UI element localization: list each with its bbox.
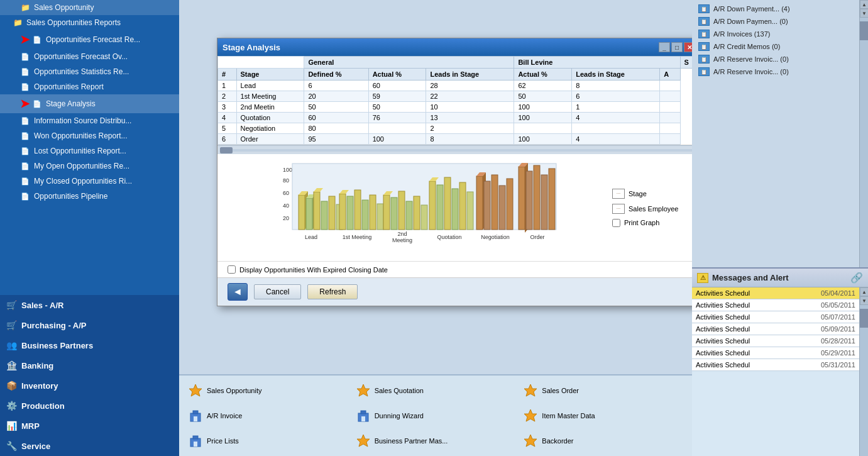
sidebar-section-inventory[interactable]: 📦 Inventory [0,375,179,396]
col-actual-pct: Actual % [368,69,426,81]
msg-date: 05/07/2011 [821,313,855,321]
msg-date: 05/04/2011 [821,289,855,297]
ql-price-lists[interactable]: Price Lists [185,430,351,452]
msg-item-4[interactable]: Activities Schedul 05/09/2011 [692,323,859,335]
sidebar-item-my-open-opp[interactable]: 📄 My Open Opportunities Re... [0,158,179,174]
ql-business-partner-mas[interactable]: Business Partner Mas... [353,430,519,452]
legend-print-graph[interactable]: Print Graph [612,219,692,227]
msg-scroll-thumb[interactable] [860,309,868,328]
right-list-scrollbar[interactable]: ▲ ▼ [859,0,868,267]
cell-bl-leads: 4 [572,134,660,145]
svg-rect-43 [499,186,505,230]
minimize-button[interactable]: _ [659,42,670,52]
sidebar-item-my-closed-opp[interactable]: 📄 My Closed Opportunities Ri... [0,174,179,189]
refresh-button[interactable]: Refresh [307,284,358,299]
svg-rect-36 [459,182,466,230]
sidebar-item-sales-opportunity[interactable]: 📁 Sales Opportunity [0,0,179,15]
sidebar-item-won-opp[interactable]: 📄 Won Opportunities Report... [0,128,179,143]
table-row: 2 1st Meeting 20 59 22 50 6 [218,91,693,102]
table-row: 6 Order 95 100 8 100 4 [218,134,693,145]
ql-sales-order[interactable]: Sales Order [520,379,686,402]
back-button[interactable]: ◄ [228,283,248,301]
cell-leads: 28 [426,81,514,91]
doc-icon: 📋 [698,4,710,13]
sidebar-item-label: Sales Opportunities Reports [26,18,121,27]
cell-bl-actual: 100 [514,134,572,145]
table-row: 1 Lead 6 60 28 62 8 [218,81,693,91]
sidebar-item-label: Won Opportunities Report... [34,131,128,140]
right-item-ar-credit-memos[interactable]: 📋 A/R Credit Memos (0) [695,40,857,53]
right-item-ar-reserve-1[interactable]: 📋 A/R Reserve Invoic... (0) [695,53,857,65]
right-item-ar-down-payment-4[interactable]: 📋 A/R Down Payment... (4) [695,3,857,15]
messages-scrollbar[interactable]: ▲ ▼ [859,287,868,456]
print-graph-checkbox[interactable] [612,219,620,227]
sidebar-section-business-partners[interactable]: 👥 Business Partners [0,335,179,355]
ql-item-master-data[interactable]: Item Master Data [520,404,686,427]
msg-scroll-up-button[interactable]: ▲ [860,287,868,296]
msg-item-1[interactable]: Activities Schedul 05/04/2011 [692,287,859,299]
ql-ar-invoice[interactable]: A/R Invoice [185,404,351,427]
svg-text:2nd: 2nd [397,231,407,237]
msg-item-7[interactable]: Activities Schedul 05/31/2011 [692,359,859,371]
ql-backorder[interactable]: Backorder [520,430,686,452]
col-stage: Stage [236,69,304,81]
msg-item-5[interactable]: Activities Schedul 05/28/2011 [692,335,859,347]
sidebar-section-mrp[interactable]: 📊 MRP [0,416,179,436]
right-item-ar-down-payment-0[interactable]: 📋 A/R Down Paymen... (0) [695,15,857,28]
sidebar-item-stage-analysis[interactable]: ➤ 📄 Stage Analysis [0,94,179,113]
msg-date: 05/09/2011 [821,325,855,333]
box-icon: 📦 [5,379,18,392]
cell-bl-leads: 4 [572,113,660,123]
sidebar-section-purchasing-ap[interactable]: 🛒 Purchasing - A/P [0,315,179,335]
sidebar-item-opp-report[interactable]: 📄 Opportunities Report [0,79,179,94]
msg-item-2[interactable]: Activities Schedul 05/05/2011 [692,299,859,311]
messages-list: Activities Schedul 05/04/2011 Activities… [692,287,859,456]
svg-rect-45 [519,167,525,230]
svg-rect-70 [193,436,198,439]
sidebar-section-banking[interactable]: 🏦 Banking [0,355,179,375]
scroll-down-button[interactable]: ▼ [860,9,868,18]
doc-icon: 📋 [698,42,710,51]
right-item-ar-invoices[interactable]: 📋 A/R Invoices (137) [695,28,857,40]
sidebar-item-opp-pipeline[interactable]: 📄 Opportunities Pipeline [0,189,179,204]
cancel-button[interactable]: Cancel [254,284,301,299]
doc-icon: 📋 [698,17,710,26]
msg-scroll-down-button[interactable]: ▼ [860,296,868,305]
ql-sales-opportunity[interactable]: Sales Opportunity [185,379,351,402]
restore-button[interactable]: □ [671,42,683,52]
section-label: Sales - A/R [21,301,63,310]
sidebar-item-opp-forecast-rep[interactable]: ➤ 📄 Opportunities Forecast Re... [0,30,179,49]
svg-rect-50 [541,175,547,230]
msg-item-3[interactable]: Activities Schedul 05/07/2011 [692,311,859,323]
sidebar-item-opp-stats[interactable]: 📄 Opportunities Statistics Re... [0,64,179,79]
expired-closing-date-checkbox[interactable] [228,265,236,274]
h-scrollbar[interactable] [217,145,692,154]
ql-sales-quotation[interactable]: Sales Quotation [353,379,519,402]
cell-actual-pct [368,123,426,134]
right-item-label: A/R Down Paymen... (0) [713,18,788,25]
sidebar-section-production[interactable]: ⚙️ Production [0,396,179,416]
sidebar-section-service[interactable]: 🔧 Service [0,436,179,456]
chart-svg: 100 80 60 40 20 [224,160,606,255]
sidebar-section-sales-ar[interactable]: 🛒 Sales - A/R [0,295,179,315]
table-row: 5 Negotiation 80 2 [218,123,693,134]
scroll-up-button[interactable]: ▲ [860,0,868,9]
sidebar-item-opp-forecast-ow[interactable]: 📄 Opportunities Forecast Ov... [0,49,179,64]
sidebar-item-label: Opportunities Forecast Re... [46,35,140,44]
pin-icon[interactable]: 🔗 [850,272,863,284]
sidebar-item-lost-opp[interactable]: 📄 Lost Opportunities Report... [0,143,179,158]
cell-bl-actual: 62 [514,81,572,91]
sidebar-item-sales-opp-reports[interactable]: 📁 Sales Opportunities Reports [0,15,179,30]
cell-defined-pct: 6 [304,81,368,91]
bill-levine-group-header: Bill Levine [514,57,680,69]
msg-item-6[interactable]: Activities Schedul 05/29/2011 [692,347,859,359]
cell-a [660,81,680,91]
cell-stage: 2nd Meetin [236,102,304,113]
right-item-ar-reserve-2[interactable]: 📋 A/R Reserve Invoic... (0) [695,65,857,78]
chart-legend: ··· Stage ··· Sales Employee Print Graph [612,160,692,255]
close-button[interactable]: ✕ [684,42,692,52]
scroll-thumb[interactable] [860,21,868,40]
doc-icon: 📄 [20,52,30,62]
ql-dunning-wizard[interactable]: Dunning Wizard [353,404,519,427]
sidebar-item-info-source[interactable]: 📄 Information Source Distribu... [0,113,179,128]
